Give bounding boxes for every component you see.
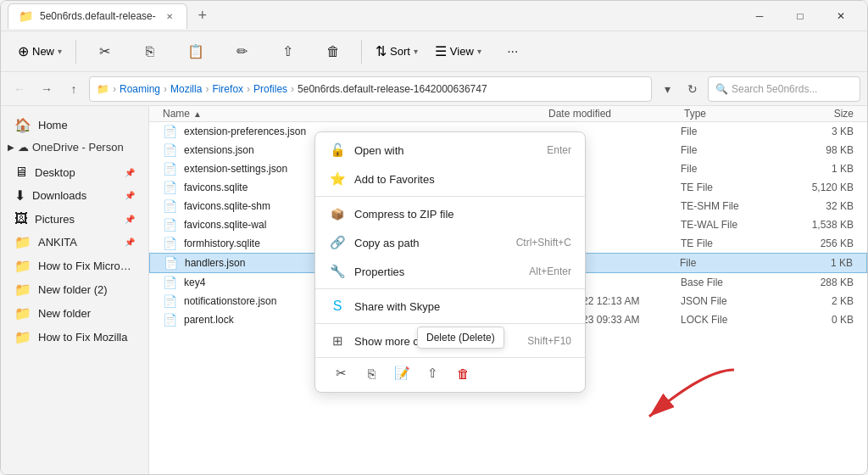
paste-button[interactable]: 📋 [175, 35, 217, 69]
ctx-delete-button[interactable]: 🗑 [451, 361, 475, 385]
ctx-separator-1 [315, 196, 585, 197]
file-icon: 📄 [163, 313, 177, 327]
ctx-cut-button[interactable]: ✂ [329, 361, 353, 385]
sidebar-item-ankita[interactable]: 📁 ANKITA 📌 [4, 231, 145, 254]
file-size: 1 KB [786, 163, 854, 175]
cut-button[interactable]: ✂ [83, 35, 125, 69]
col-header-size[interactable]: Size [786, 108, 854, 120]
ctx-rename-button[interactable]: 📝 [390, 361, 414, 385]
file-size: 256 KB [786, 238, 854, 249]
file-icon: 📄 [164, 256, 178, 270]
col-header-date[interactable]: Date modified [548, 108, 684, 120]
paste-icon: 📋 [187, 43, 204, 59]
rename-button[interactable]: ✏ [220, 35, 263, 69]
sidebar: 🏠 Home ▶ ☁ OneDrive - Person 🖥 Desktop 📌… [1, 106, 149, 474]
delete-button[interactable]: 🗑 [312, 35, 354, 69]
ctx-add-favorites[interactable]: ⭐ Add to Favorites [315, 165, 585, 193]
sidebar-item-desktop[interactable]: 🖥 Desktop 📌 [4, 161, 145, 183]
file-type: LOCK File [681, 314, 782, 326]
refresh-button[interactable]: ↻ [681, 77, 704, 101]
search-box[interactable]: 🔍 Search 5e0n6rds... [708, 76, 860, 102]
pin-icon-ankita: 📌 [125, 238, 135, 247]
sort-label: Sort [390, 45, 410, 58]
window-controls: ─ □ ✕ [740, 3, 860, 30]
sidebar-group-onedrive[interactable]: ▶ ☁ OneDrive - Person [1, 137, 148, 157]
ctx-open-with[interactable]: 🔓 Open with Enter [315, 136, 585, 165]
main-content: 🏠 Home ▶ ☁ OneDrive - Person 🖥 Desktop 📌… [1, 106, 867, 474]
tab-close-button[interactable]: ✕ [163, 9, 176, 23]
sidebar-item-newfolder[interactable]: 📁 New folder [4, 302, 145, 325]
maximize-button[interactable]: □ [781, 3, 820, 30]
ctx-share-skype[interactable]: S Share with Skype [315, 292, 585, 321]
up-button[interactable]: ↑ [62, 77, 86, 101]
file-icon: 📄 [163, 199, 177, 213]
new-icon: ⊕ [18, 43, 29, 59]
file-size: 1,538 KB [786, 219, 854, 231]
forward-button[interactable]: → [35, 77, 58, 101]
breadcrumb-firefox[interactable]: Firefox [212, 83, 243, 95]
ctx-show-more-shortcut: Shift+F10 [527, 335, 571, 347]
ctx-copy-path[interactable]: 🔗 Copy as path Ctrl+Shift+C [315, 228, 585, 257]
ctx-properties-label: Properties [354, 265, 520, 278]
downloads-icon: ⬇ [14, 187, 25, 204]
howtofix2-icon: 📁 [14, 329, 31, 345]
file-size: 98 KB [786, 144, 854, 156]
sidebar-label-howtofix2: How to Fix Mozilla [38, 331, 127, 344]
active-tab[interactable]: 📁 5e0n6rds.default-release- ✕ [8, 3, 187, 29]
breadcrumb-roaming[interactable]: Roaming [120, 83, 160, 95]
dropdown-button[interactable]: ▾ [655, 77, 679, 101]
copy-button[interactable]: ⎘ [129, 35, 171, 69]
share-button[interactable]: ⇧ [266, 35, 309, 69]
ctx-compress-zip[interactable]: 📦 Compress to ZIP file [315, 199, 585, 228]
sidebar-item-downloads[interactable]: ⬇ Downloads 📌 [4, 184, 145, 207]
properties-icon: 🔧 [329, 263, 346, 280]
sidebar-item-howtofix1[interactable]: 📁 How to Fix Micros... [4, 254, 145, 277]
sidebar-label-onedrive: OneDrive - Person [32, 141, 124, 154]
newfolder2-icon: 📁 [14, 282, 31, 298]
new-tab-button[interactable]: + [191, 4, 214, 28]
breadcrumb-mozilla[interactable]: Mozilla [170, 83, 202, 95]
ctx-properties[interactable]: 🔧 Properties Alt+Enter [315, 257, 585, 286]
sort-button[interactable]: ⇅ Sort ▾ [369, 35, 425, 69]
view-label: View [450, 45, 474, 58]
close-button[interactable]: ✕ [821, 3, 860, 30]
sidebar-item-pictures[interactable]: 🖼 Pictures 📌 [4, 208, 145, 230]
file-explorer-window: 📁 5e0n6rds.default-release- ✕ + ─ □ ✕ ⊕ … [0, 0, 868, 475]
col-header-name[interactable]: Name ▲ [163, 108, 548, 120]
back-button[interactable]: ← [8, 77, 31, 101]
ctx-copy-path-label: Copy as path [354, 237, 508, 249]
col-header-type[interactable]: Type [684, 108, 786, 120]
address-bar: ← → ↑ 📁 › Roaming › Mozilla › Firefox › … [1, 72, 867, 106]
ankita-icon: 📁 [14, 234, 31, 250]
file-icon: 📄 [163, 218, 177, 232]
sort-dropdown-icon: ▾ [414, 47, 418, 56]
show-more-icon: ⊞ [329, 332, 346, 349]
minimize-button[interactable]: ─ [740, 3, 779, 30]
file-size: 288 KB [786, 277, 854, 288]
new-button[interactable]: ⊕ New ▾ [11, 35, 69, 69]
sidebar-item-newfolder2[interactable]: 📁 New folder (2) [4, 278, 145, 301]
file-size: 0 KB [786, 314, 854, 326]
sidebar-item-howtofix2[interactable]: 📁 How to Fix Mozilla [4, 326, 145, 349]
file-type: File [681, 163, 782, 175]
toolbar-separator-2 [361, 40, 362, 64]
toolbar-separator-1 [75, 40, 76, 64]
onedrive-icon: ☁ [18, 141, 29, 154]
ctx-share-button[interactable]: ⇧ [420, 361, 444, 385]
ctx-copy-button[interactable]: ⎘ [359, 361, 383, 385]
view-button[interactable]: ☰ View ▾ [428, 35, 488, 69]
pin-icon-desktop: 📌 [125, 168, 135, 177]
ctx-add-favorites-label: Add to Favorites [354, 173, 571, 186]
rename-icon: ✏ [236, 43, 248, 59]
sidebar-label-downloads: Downloads [32, 189, 86, 202]
sidebar-item-home[interactable]: 🏠 Home [4, 114, 145, 137]
breadcrumb-sep-2: › [205, 83, 209, 95]
more-button[interactable]: ··· [492, 35, 534, 69]
breadcrumb-profiles[interactable]: Profiles [253, 83, 287, 95]
breadcrumb-bar[interactable]: 📁 › Roaming › Mozilla › Firefox › Profil… [89, 76, 652, 102]
file-type: Base File [681, 277, 782, 288]
desktop-icon: 🖥 [14, 165, 28, 180]
file-type: File [681, 144, 782, 156]
breadcrumb-sep-3: › [247, 83, 250, 95]
tab-folder-icon: 📁 [19, 9, 33, 23]
